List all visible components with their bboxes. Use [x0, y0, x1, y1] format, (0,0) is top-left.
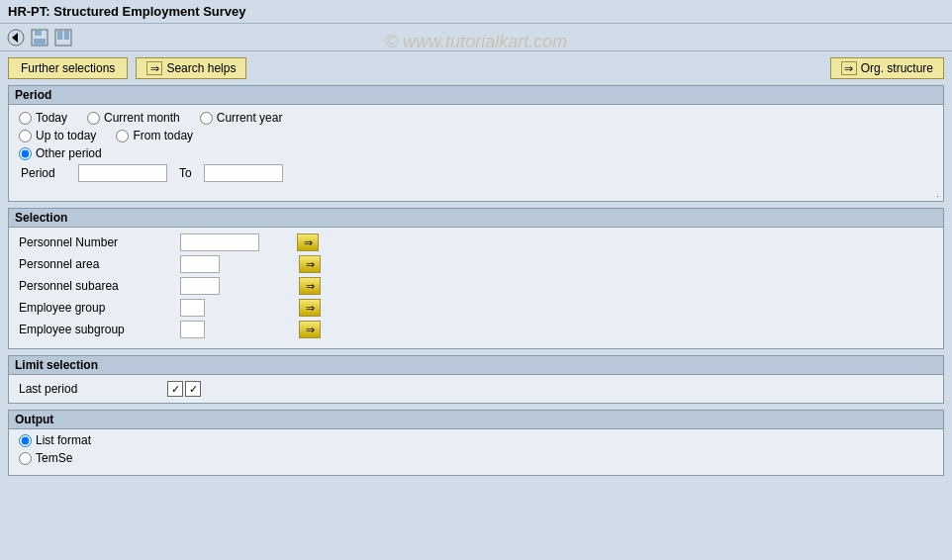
output-section-title: Output: [9, 411, 943, 429]
further-selections-button[interactable]: Further selections: [8, 57, 128, 79]
output-radio-row-1: List format: [19, 433, 933, 447]
period-to-label: To: [179, 166, 192, 180]
period-radio-row-3: Other period: [19, 146, 933, 160]
title-bar: HR-PT: Structured Employment Survey: [0, 0, 952, 24]
period-option-other-period[interactable]: Other period: [19, 146, 102, 160]
output-section: Output List format TemSe: [8, 410, 944, 476]
period-option-today[interactable]: Today: [19, 111, 67, 125]
selection-section: Selection Personnel Number ⇒ Personnel a…: [8, 208, 944, 349]
employee-group-row: Employee group ⇒: [19, 299, 933, 317]
selection-section-title: Selection: [9, 209, 943, 228]
period-radio-row-2: Up to today From today: [19, 129, 933, 142]
period-option-from-today[interactable]: From today: [116, 129, 193, 142]
personnel-number-arrow-button[interactable]: ⇒: [297, 233, 319, 251]
limit-selection-content: Last period ✓ ✓: [9, 375, 943, 403]
limit-selection-section: Limit selection Last period ✓ ✓: [8, 355, 944, 404]
period-from-label: Period: [21, 166, 70, 180]
employee-subgroup-label: Employee subgroup: [19, 323, 172, 336]
output-option-temse[interactable]: TemSe: [19, 451, 72, 465]
personnel-subarea-row: Personnel subarea ⇒: [19, 277, 933, 295]
period-section-title: Period: [9, 86, 943, 105]
main-content: Further selections ⇒ Search helps ⇒ Org.…: [0, 51, 952, 488]
search-helps-arrow-icon: ⇒: [146, 61, 162, 75]
search-helps-label: Search helps: [166, 61, 236, 75]
employee-group-label: Employee group: [19, 301, 172, 315]
period-option-current-month[interactable]: Current month: [87, 111, 180, 125]
svg-rect-3: [35, 30, 42, 36]
employee-subgroup-arrow-button[interactable]: ⇒: [299, 321, 321, 338]
personnel-area-input[interactable]: [180, 255, 220, 273]
last-period-checkbox-2[interactable]: ✓: [185, 381, 201, 397]
button-bar: Further selections ⇒ Search helps ⇒ Org.…: [8, 57, 944, 79]
limit-selection-title: Limit selection: [9, 356, 943, 375]
period-label-current-month: Current month: [104, 111, 180, 125]
employee-subgroup-input[interactable]: [180, 321, 205, 338]
personnel-subarea-label: Personnel subarea: [19, 279, 172, 293]
employee-subgroup-row: Employee subgroup ⇒: [19, 321, 933, 338]
page-title: HR-PT: Structured Employment Survey: [8, 4, 246, 19]
period-from-input[interactable]: [78, 164, 167, 182]
search-helps-button[interactable]: ⇒ Search helps: [136, 57, 246, 79]
personnel-number-input[interactable]: [180, 233, 259, 251]
personnel-number-row: Personnel Number ⇒: [19, 233, 933, 251]
period-radio-from-today[interactable]: [116, 130, 129, 142]
last-period-checkboxes: ✓ ✓: [167, 381, 201, 397]
output-label-list-format: List format: [36, 433, 91, 447]
period-label-current-year: Current year: [217, 111, 283, 125]
last-period-checkbox-1[interactable]: ✓: [167, 381, 183, 397]
personnel-area-arrow-button[interactable]: ⇒: [299, 255, 321, 273]
employee-group-arrow-button[interactable]: ⇒: [299, 299, 321, 317]
output-radio-list-format[interactable]: [19, 434, 32, 447]
period-label-from-today: From today: [133, 129, 193, 142]
toolbar: [0, 24, 952, 51]
period-radio-other-period[interactable]: [19, 147, 32, 160]
period-radio-up-to-today[interactable]: [19, 130, 32, 142]
last-period-label: Last period: [19, 382, 157, 396]
svg-rect-4: [34, 39, 46, 46]
period-option-up-to-today[interactable]: Up to today: [19, 129, 96, 142]
period-dot: .: [9, 188, 943, 201]
org-structure-label: Org. structure: [861, 61, 933, 75]
personnel-area-row: Personnel area ⇒: [19, 255, 933, 273]
period-section-content: Today Current month Current year Up to t…: [9, 105, 943, 188]
period-label-today: Today: [36, 111, 67, 125]
period-section: Period Today Current month Current year: [8, 85, 944, 202]
personnel-number-label: Personnel Number: [19, 235, 172, 249]
period-to-input[interactable]: [204, 164, 283, 182]
bookmark-icon[interactable]: [53, 28, 73, 47]
output-radio-row-2: TemSe: [19, 451, 933, 465]
org-structure-arrow-icon: ⇒: [841, 61, 857, 75]
selection-section-content: Personnel Number ⇒ Personnel area ⇒ Pers…: [9, 228, 943, 348]
org-structure-button[interactable]: ⇒ Org. structure: [830, 57, 944, 79]
period-radio-row-1: Today Current month Current year: [19, 111, 933, 125]
save-icon[interactable]: [30, 28, 49, 47]
period-radio-today[interactable]: [19, 112, 32, 125]
output-option-list-format[interactable]: List format: [19, 433, 91, 447]
output-section-content: List format TemSe: [9, 429, 943, 475]
personnel-subarea-input[interactable]: [180, 277, 220, 295]
period-from-to-row: Period To: [19, 164, 933, 182]
personnel-subarea-arrow-button[interactable]: ⇒: [299, 277, 321, 295]
back-icon[interactable]: [6, 28, 26, 47]
period-option-current-year[interactable]: Current year: [200, 111, 283, 125]
output-radio-temse[interactable]: [19, 452, 32, 465]
personnel-area-label: Personnel area: [19, 257, 172, 271]
output-label-temse: TemSe: [36, 451, 72, 465]
period-label-up-to-today: Up to today: [36, 129, 96, 142]
period-label-other-period: Other period: [36, 146, 102, 160]
period-radio-current-month[interactable]: [87, 112, 100, 125]
period-radio-current-year[interactable]: [200, 112, 213, 125]
employee-group-input[interactable]: [180, 299, 205, 317]
